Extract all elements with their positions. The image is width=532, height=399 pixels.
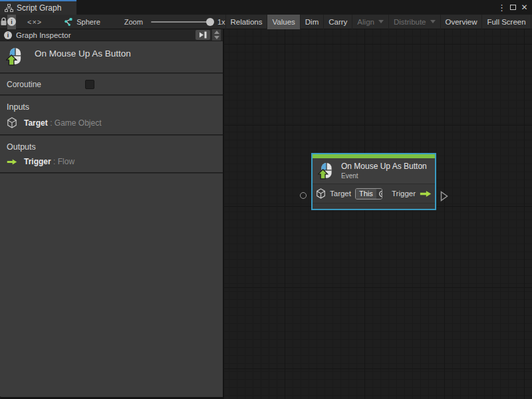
graph-toolbar: i <×> Sphere Zoom 1x Relations Values <box>0 15 532 29</box>
info-icon: i <box>4 31 12 39</box>
target-value-field[interactable]: This <box>355 188 382 200</box>
script-graph-asset-icon <box>63 17 72 27</box>
outputs-heading: Outputs <box>7 142 223 152</box>
close-icon: ✕ <box>521 3 527 12</box>
input-type: Game Object <box>55 118 102 128</box>
align-dropdown[interactable]: Align <box>352 15 388 29</box>
inputs-heading: Inputs <box>7 102 223 112</box>
target-input-port[interactable] <box>300 192 307 199</box>
colon: : <box>50 118 52 128</box>
graph-inspector-title: Graph Inspector <box>16 31 70 39</box>
object-picker-icon[interactable] <box>376 189 382 199</box>
input-name: Target <box>24 118 48 128</box>
dock-icon <box>198 31 207 39</box>
divider <box>0 172 223 174</box>
code-preview-button[interactable]: <×> <box>27 15 42 29</box>
carry-button[interactable]: Carry <box>323 15 352 29</box>
maximize-button[interactable] <box>507 0 519 15</box>
window-menu-button[interactable]: ⋮ <box>496 0 507 15</box>
selected-unit-header: On Mouse Up As Button <box>0 41 223 72</box>
window-controls: ⋮ ✕ <box>496 0 530 15</box>
zoom-slider[interactable] <box>151 21 211 23</box>
graph-hierarchy-icon <box>5 4 13 12</box>
trigger-port-label[interactable]: Trigger <box>392 190 416 198</box>
chevron-down-icon <box>378 20 384 23</box>
node-title: On Mouse Up As Button <box>341 162 427 171</box>
maximize-icon <box>510 5 516 10</box>
chevron-down-icon <box>214 36 219 39</box>
zoom-slider-knob[interactable] <box>206 18 214 26</box>
lock-icon <box>0 17 7 26</box>
coroutine-checkbox[interactable] <box>85 80 94 89</box>
graph-inspector-header: i Graph Inspector <box>0 29 223 41</box>
outputs-section: Outputs Trigger : Flow <box>0 136 223 172</box>
full-screen-button[interactable]: Full Screen <box>481 15 531 29</box>
node-footer <box>313 203 435 209</box>
toolbar-buttons: Relations Values Dim Carry Align Distrib… <box>225 15 531 29</box>
tab-script-graph[interactable]: Script Graph <box>0 0 76 15</box>
close-button[interactable]: ✕ <box>519 0 530 15</box>
graph-canvas[interactable]: On Mouse Up As Button Event Target This <box>224 29 532 399</box>
chevron-up-icon <box>214 31 219 34</box>
lock-button[interactable] <box>0 15 7 29</box>
node-header-text: On Mouse Up As Button Event <box>341 162 427 180</box>
zoom-control: Zoom 1x <box>124 18 225 26</box>
output-name: Trigger <box>24 157 51 166</box>
trigger-flow-arrow-icon <box>420 190 432 198</box>
dim-button[interactable]: Dim <box>300 15 323 29</box>
flow-arrow-icon <box>7 158 17 166</box>
values-button[interactable]: Values <box>267 15 299 29</box>
relations-button[interactable]: Relations <box>225 15 267 29</box>
target-value: This <box>356 189 376 199</box>
zoom-value: 1x <box>217 18 225 26</box>
info-icon: i <box>7 17 16 26</box>
node-header[interactable]: On Mouse Up As Button Event <box>313 158 435 184</box>
coroutine-row: Coroutine <box>0 74 223 94</box>
unit-title: On Mouse Up As Button <box>35 49 131 59</box>
mouse-up-icon <box>318 162 335 180</box>
event-node-on-mouse-up-as-button[interactable]: On Mouse Up As Button Event Target This <box>311 153 436 210</box>
kebab-menu-icon: ⋮ <box>497 3 506 13</box>
inspector-toggle-button[interactable]: i <box>7 15 16 29</box>
node-subtitle: Event <box>341 172 427 180</box>
chevron-down-icon <box>430 20 436 23</box>
output-type: Flow <box>58 157 74 166</box>
node-ports-row: Target This Trigger <box>313 184 435 203</box>
game-object-icon <box>316 188 326 199</box>
coroutine-label: Coroutine <box>7 80 85 89</box>
target-port-label[interactable]: Target <box>330 190 351 198</box>
inputs-section: Inputs Target : Game Object <box>0 96 223 134</box>
tab-bar: Script Graph ⋮ ✕ <box>0 0 532 15</box>
output-row-trigger: Trigger : Flow <box>7 157 223 166</box>
unity-script-graph-window: Script Graph ⋮ ✕ i <×> <box>0 0 532 399</box>
distribute-dropdown[interactable]: Distribute <box>388 15 440 29</box>
dock-sidebar-button[interactable] <box>196 30 210 40</box>
overview-button[interactable]: Overview <box>440 15 482 29</box>
input-row-target: Target : Game Object <box>7 117 223 128</box>
graph-owner-label: Sphere <box>76 18 100 26</box>
panel-reorder-spinner[interactable] <box>212 29 221 41</box>
colon: : <box>53 157 55 166</box>
game-object-icon <box>7 117 17 128</box>
graph-inspector-panel: i Graph Inspector On Mouse Up As <box>0 29 224 399</box>
trigger-output-port[interactable] <box>440 191 448 201</box>
graph-owner-group[interactable]: Sphere <box>63 17 100 27</box>
tab-label: Script Graph <box>17 3 61 13</box>
mouse-up-icon <box>6 47 25 66</box>
zoom-label: Zoom <box>124 18 143 26</box>
